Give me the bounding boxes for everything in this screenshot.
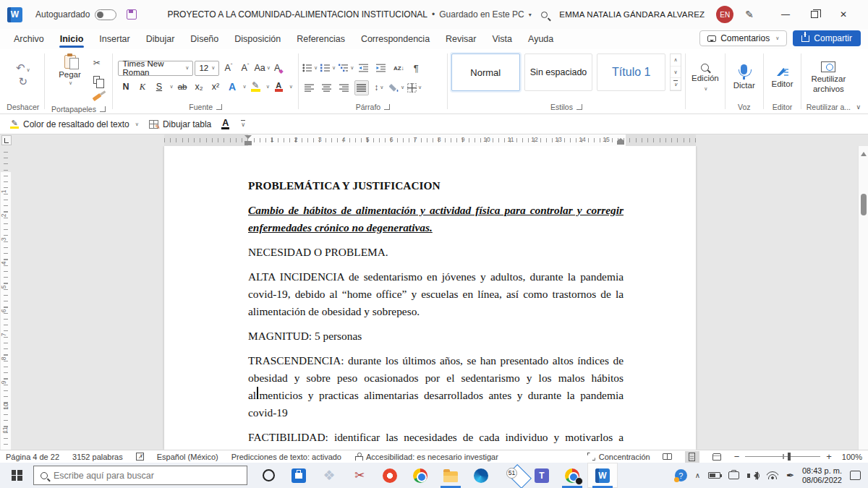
style-sin-espaciado[interactable]: Sin espaciado (524, 53, 593, 91)
battery-icon[interactable] (708, 472, 720, 479)
doc-subtitle-line2[interactable]: enfermedades crónico no degenerativas. (248, 219, 624, 236)
taskbar-store[interactable] (284, 463, 314, 488)
font-dialog-launcher[interactable] (216, 104, 222, 110)
taskbar-clock[interactable]: 08:43 p. m. 08/06/2022 (802, 466, 842, 484)
copy-button[interactable] (90, 72, 104, 87)
zoom-slider[interactable] (745, 456, 820, 457)
print-layout-button[interactable] (685, 451, 699, 463)
tab-archivo[interactable]: Archivo (6, 30, 52, 48)
word-app-icon[interactable]: W (7, 7, 22, 22)
dictate-button[interactable]: Dictar (728, 59, 761, 90)
share-button[interactable]: Compartir (793, 30, 861, 46)
style-titulo-1[interactable]: Título 1 (597, 53, 665, 91)
title-dropdown-icon[interactable]: ▾ (529, 12, 532, 18)
align-center-button[interactable] (320, 80, 334, 95)
cut-button[interactable]: ✂ (90, 55, 104, 70)
tab-revisar[interactable]: Revisar (438, 30, 484, 48)
ink-pen-icon[interactable]: ✎ (745, 9, 754, 20)
vertical-scrollbar[interactable] (858, 146, 868, 450)
paste-button[interactable]: Pegar ∨ (53, 53, 87, 87)
doc-heading[interactable]: PROBLEMÁTICA Y JUSTIFICACION (248, 177, 624, 194)
show-marks-button[interactable]: ¶ (409, 61, 423, 76)
scrollbar-thumb[interactable] (861, 194, 867, 215)
shrink-font-button[interactable]: Aˇ (237, 61, 252, 75)
taskbar-chrome[interactable] (405, 463, 435, 488)
collapse-ribbon-button[interactable]: ∨ (856, 103, 861, 111)
reuse-files-button[interactable]: Reutilizar archivos (800, 56, 856, 93)
doc-paragraph-trascendencia[interactable]: TRASCENDENCIA: durante los últimos años,… (248, 352, 624, 421)
multilevel-list-button[interactable]: ∨ (339, 61, 354, 76)
clipboard-dialog-launcher[interactable] (100, 106, 106, 112)
web-layout-button[interactable] (710, 451, 724, 463)
close-button[interactable]: ✕ (829, 0, 858, 29)
save-icon[interactable] (127, 9, 137, 20)
styles-scroll-down[interactable]: ∨ (671, 67, 681, 79)
read-mode-button[interactable] (660, 451, 675, 463)
zoom-out-button[interactable]: − (734, 451, 740, 462)
focus-mode-button[interactable]: Concentración (587, 453, 650, 461)
underline-options-caret[interactable]: ∨ (169, 84, 173, 90)
styles-scroll-up[interactable]: ∧ (671, 54, 681, 67)
taskbar-mail[interactable]: 51 (496, 463, 527, 488)
tab-correspondencia[interactable]: Correspondencia (353, 30, 438, 48)
tab-inicio[interactable]: Inicio (52, 30, 92, 48)
styles-dialog-launcher[interactable] (576, 104, 582, 110)
shading-button[interactable]: ∨ (389, 80, 404, 95)
draw-table-button[interactable]: Dibujar tabla (149, 119, 211, 129)
highlight-caret[interactable]: ∨ (266, 84, 270, 90)
restore-button[interactable] (800, 0, 829, 29)
redo-button[interactable]: ↻ (18, 77, 27, 87)
notification-center-icon[interactable] (850, 471, 861, 480)
search-icon[interactable] (541, 12, 548, 18)
vertical-ruler[interactable]: 1234567891011 (0, 146, 12, 450)
spellcheck-status[interactable]: ✗ (136, 453, 144, 461)
taskbar-dropbox[interactable]: ❖ (314, 463, 344, 488)
tab-selector[interactable] (1, 135, 12, 145)
grow-font-button[interactable]: Aˆ (221, 61, 236, 75)
borders-button[interactable]: ∨ (407, 80, 422, 95)
justify-button[interactable] (354, 80, 369, 95)
line-spacing-button[interactable]: ↕∨ (372, 80, 386, 95)
editor-button[interactable]: Editor (765, 61, 799, 89)
taskbar-snipping-tool[interactable]: ✂ (344, 463, 375, 488)
font-color-quick-button[interactable]: A (221, 119, 229, 129)
format-painter-button[interactable] (90, 90, 104, 105)
comments-button[interactable]: Comentarios ∨ (699, 30, 787, 46)
underline-button[interactable]: S (151, 80, 166, 94)
zoom-in-button[interactable]: + (826, 451, 832, 462)
text-effects-button[interactable]: A (225, 80, 240, 94)
taskbar-cortana[interactable] (253, 463, 284, 488)
tab-disposicion[interactable]: Disposición (226, 30, 289, 48)
change-case-button[interactable]: Aa∨ (254, 61, 270, 75)
text-effects-caret[interactable]: ∨ (243, 84, 247, 90)
more-options-button[interactable]: ∨ (239, 120, 245, 128)
text-predictions-status[interactable]: Predicciones de texto: activado (231, 453, 341, 461)
subscript-button[interactable]: x₂ (192, 80, 207, 94)
tab-ayuda[interactable]: Ayuda (520, 30, 561, 48)
styles-more-button[interactable]: ∨ (671, 78, 681, 90)
undo-button[interactable]: ↶∨ (16, 63, 30, 75)
sort-button[interactable]: AZ↓ (391, 61, 406, 76)
taskbar-chrome-profile[interactable] (557, 463, 587, 488)
accessibility-status[interactable]: Accesibilidad: es necesario investigar (354, 453, 498, 461)
font-name-select[interactable]: Times New Roman∨ (118, 61, 193, 76)
doc-paragraph-necesidad[interactable]: NECESIDAD O PROBLEMA. (248, 244, 624, 261)
language-indicator[interactable]: Español (México) (157, 453, 218, 461)
zoom-slider-thumb[interactable] (788, 453, 791, 461)
paragraph-dialog-launcher[interactable] (384, 104, 390, 110)
horizontal-ruler[interactable]: 123456789101112131415 (0, 134, 868, 146)
tab-vista[interactable]: Vista (484, 30, 520, 48)
doc-paragraph-alta-incidencia[interactable]: ALTA INCIDENCIA de sedentarismo en jóven… (248, 268, 624, 320)
tab-insertar[interactable]: Insertar (91, 30, 137, 48)
increase-indent-button[interactable] (374, 61, 388, 76)
font-color-button[interactable]: A (271, 80, 286, 95)
word-count[interactable]: 3152 palabras (72, 453, 123, 461)
minimize-button[interactable]: — (771, 0, 800, 29)
clear-formatting-button[interactable]: A◆ (272, 61, 287, 75)
taskbar-teams[interactable]: T (527, 463, 557, 488)
tray-expand-icon[interactable]: ∧ (695, 471, 700, 479)
align-left-button[interactable] (302, 80, 317, 95)
doc-paragraph-magnitud[interactable]: MAGNITUD: 5 personas (248, 328, 624, 345)
document-title[interactable]: PROYECTO A LA COMUNIDAD-ALIMENTACION INS… (167, 9, 531, 20)
page-indicator[interactable]: Página 4 de 22 (6, 453, 59, 461)
